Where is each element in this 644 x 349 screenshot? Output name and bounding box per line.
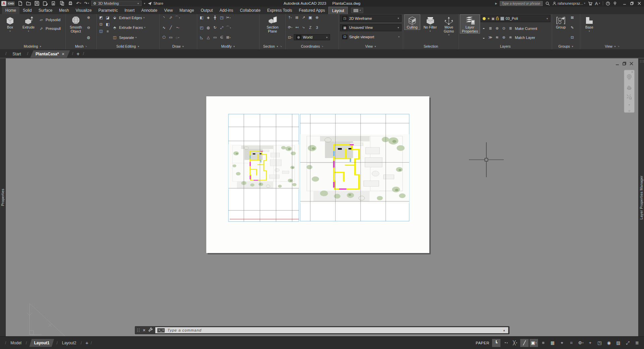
tab-output[interactable]: Output bbox=[197, 7, 216, 14]
tab-insert[interactable]: Insert bbox=[121, 7, 138, 14]
move-icon[interactable]: ╋ bbox=[212, 15, 218, 20]
ucs-object-icon[interactable]: ⤷ bbox=[301, 24, 307, 30]
command-prompt-icon[interactable]: >_▾ bbox=[157, 328, 165, 333]
workspace-dropdown[interactable]: ⚙ 3D Modeling ▼ bbox=[91, 1, 142, 6]
extrude-button[interactable]: Extrude▾ bbox=[20, 15, 37, 32]
lineweight-toggle[interactable]: ≡ bbox=[539, 339, 547, 347]
viewport-config-dropdown[interactable]: ⊡ Single viewport▾ bbox=[340, 33, 401, 40]
fillet-icon[interactable]: ⌒▾ bbox=[225, 25, 231, 31]
command-input[interactable] bbox=[167, 328, 501, 333]
no-filter-button[interactable]: No Filter▾ bbox=[422, 15, 439, 32]
group-button[interactable]: Group bbox=[553, 15, 568, 30]
panel-label-view-controls[interactable]: View▼ bbox=[340, 43, 401, 49]
ucs-origin-icon[interactable]: ↗ bbox=[301, 15, 307, 20]
ucs-3point-icon[interactable]: 3 bbox=[314, 24, 320, 30]
tab-mesh[interactable]: Mesh bbox=[56, 7, 72, 14]
minimize-button[interactable] bbox=[621, 1, 628, 6]
explode-icon[interactable]: △ bbox=[205, 35, 211, 40]
copy-icon[interactable]: ◳ bbox=[219, 15, 225, 20]
panel-label-modeling[interactable]: Modeling▼ bbox=[1, 43, 64, 49]
ortho-mode-toggle[interactable]: ╱ bbox=[520, 339, 529, 347]
ellipse-icon[interactable]: ◌▾ bbox=[174, 35, 180, 40]
layer-dropdown[interactable]: ☀ ▣ 03_Poli ▼ bbox=[481, 15, 550, 22]
qat-customize-button[interactable]: ▼ bbox=[144, 2, 146, 5]
save-as-button[interactable] bbox=[43, 1, 48, 6]
tab-visualize[interactable]: Visualize bbox=[72, 7, 95, 14]
tab-home[interactable]: Home bbox=[2, 7, 19, 14]
annotation-monitor-toggle[interactable]: + bbox=[586, 339, 594, 347]
spline-icon[interactable]: ◝ bbox=[161, 15, 167, 20]
help-button[interactable] bbox=[606, 1, 610, 6]
redo-button[interactable]: ↷▾ bbox=[84, 1, 89, 6]
publish-button[interactable] bbox=[59, 1, 65, 6]
panel-label-section[interactable]: Section▼↘ bbox=[261, 43, 284, 49]
ucs-icon[interactable]: ⤒▾ bbox=[287, 15, 293, 20]
new-file-button[interactable] bbox=[17, 1, 23, 6]
ribbon-display-toggle[interactable]: ▾ bbox=[351, 8, 363, 13]
command-close-icon[interactable]: ✕ bbox=[143, 328, 146, 333]
mirror-icon[interactable]: ◧ bbox=[199, 15, 205, 20]
offset-icon[interactable]: ∈ bbox=[219, 35, 225, 40]
union-icon[interactable]: ◩ bbox=[98, 15, 104, 20]
search-icon[interactable] bbox=[545, 1, 550, 6]
clean-screen-button[interactable]: ⤢ bbox=[624, 339, 632, 347]
group-selection-icon[interactable]: ⊡ bbox=[569, 35, 575, 40]
tab-parametric[interactable]: Parametric bbox=[95, 7, 121, 14]
layer-properties-button[interactable]: Layer Properties bbox=[460, 15, 480, 33]
intersect-icon[interactable]: ⊡ bbox=[98, 21, 104, 27]
ucs-named-icon[interactable]: ⊞ bbox=[294, 15, 300, 20]
file-tab-start[interactable]: Start bbox=[8, 50, 25, 58]
tab-view[interactable]: View bbox=[161, 7, 176, 14]
vp-close-button[interactable] bbox=[630, 62, 633, 65]
drawing-canvas[interactable]: Properties Layer Properties Manager ⊗ 2D… bbox=[0, 58, 644, 336]
panel-label-selection[interactable]: Selection bbox=[405, 43, 457, 49]
paper-space-toggle[interactable]: PAPER bbox=[476, 341, 489, 345]
autoscale-toggle[interactable]: ◉ bbox=[605, 339, 613, 347]
arc-icon[interactable]: ⌒▾ bbox=[174, 15, 180, 20]
layer-thaw-all-icon[interactable]: ≫ bbox=[487, 35, 493, 40]
layout-viewport-right[interactable] bbox=[300, 114, 409, 221]
dynamic-input-toggle[interactable]: ▣▾ bbox=[530, 339, 538, 347]
navbar-minimize-icon[interactable]: ⊖ bbox=[628, 109, 631, 112]
print-button[interactable] bbox=[68, 1, 73, 6]
layer-freeze-icon[interactable]: ≣ bbox=[487, 26, 493, 31]
smooth-object-button[interactable]: Smooth Object bbox=[67, 15, 85, 33]
interfere-icon[interactable]: ◫ bbox=[98, 28, 104, 34]
smooth-more-icon[interactable]: ⊕ bbox=[86, 15, 92, 20]
app-store-cart-button[interactable] bbox=[588, 1, 592, 6]
vp-minimize-button[interactable] bbox=[615, 62, 619, 65]
workspace-gear-button[interactable]: ⚙▾ bbox=[577, 339, 585, 347]
separate-button[interactable]: ◫Separate▾ bbox=[112, 35, 145, 40]
navbar-close-icon[interactable]: ⊗ bbox=[631, 70, 633, 73]
slice-icon[interactable]: ◧ bbox=[105, 21, 111, 27]
layer-properties-manager-tab[interactable]: Layer Properties Manager bbox=[638, 58, 644, 336]
layer-off-icon[interactable]: ⊛ bbox=[494, 26, 500, 31]
scale-icon[interactable]: ⤢ bbox=[219, 25, 225, 31]
search-input[interactable] bbox=[500, 1, 543, 6]
new-layout-button[interactable]: + bbox=[86, 340, 89, 346]
snap-mode-toggle[interactable]: ┗ bbox=[492, 339, 500, 347]
object-snap-3d-toggle[interactable]: ⌗ bbox=[567, 339, 576, 347]
notification-balloon-icon[interactable] bbox=[613, 1, 617, 6]
properties-palette-tab[interactable]: Properties bbox=[0, 58, 6, 336]
object-snap-toggle[interactable]: ⌖ bbox=[558, 339, 566, 347]
rotate-icon[interactable]: ↻ bbox=[212, 25, 218, 31]
navigation-bar[interactable]: ⊗ 2D ▼ ⊖ bbox=[624, 70, 635, 113]
panel-label-draw[interactable]: Draw▼ bbox=[161, 43, 196, 49]
culling-button[interactable]: Culling bbox=[405, 15, 420, 30]
layer-on-all-icon[interactable]: ≋ bbox=[494, 35, 500, 40]
layout-viewport-left[interactable] bbox=[228, 114, 299, 221]
match-layer-button[interactable]: ≋Match Layer bbox=[507, 35, 535, 40]
autodesk-app-menu[interactable]: A▾ bbox=[595, 1, 600, 6]
tab-manage[interactable]: Manage bbox=[176, 7, 197, 14]
wrench-icon[interactable] bbox=[148, 327, 153, 333]
3d-array-icon[interactable]: ◍ bbox=[205, 25, 211, 31]
circle-icon[interactable]: ◔▾ bbox=[174, 25, 180, 31]
panel-label-modify[interactable]: Modify▼ bbox=[199, 43, 258, 49]
polyline-icon[interactable]: ∿ bbox=[161, 25, 167, 31]
plot-button[interactable] bbox=[51, 1, 56, 6]
graphics-performance-toggle[interactable]: ▨ bbox=[614, 339, 623, 347]
panel-label-groups[interactable]: Groups▼ bbox=[553, 43, 579, 49]
annotation-visibility-toggle[interactable]: ◳ bbox=[595, 339, 604, 347]
save-button[interactable] bbox=[34, 1, 40, 6]
